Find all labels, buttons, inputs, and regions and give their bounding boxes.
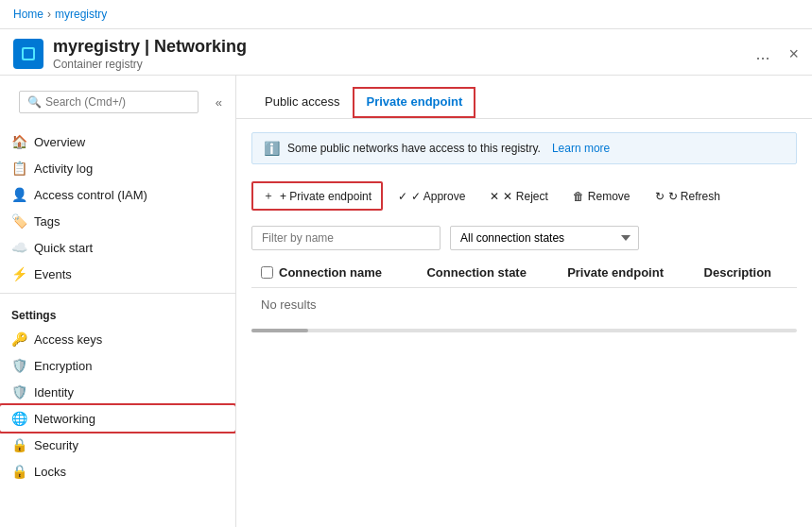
sidebar-item-label: Activity log — [34, 162, 93, 176]
plus-icon: ＋ — [263, 188, 274, 204]
page-subtitle: Container registry — [53, 58, 746, 71]
sidebar-item-label: Tags — [34, 214, 60, 229]
sidebar-item-events[interactable]: ⚡ Events — [0, 261, 235, 287]
sidebar-item-label: Encryption — [34, 359, 92, 373]
table-header-state: Connection state — [417, 258, 558, 288]
info-text: Some public networks have access to this… — [287, 142, 541, 155]
sidebar-item-label: Networking — [34, 412, 95, 426]
add-private-endpoint-button[interactable]: ＋ + Private endpoint — [251, 181, 383, 211]
no-results-message: No results — [251, 288, 797, 322]
no-results-row: No results — [251, 288, 797, 322]
sidebar-item-access-keys[interactable]: 🔑 Access keys — [0, 326, 235, 352]
reject-icon: ✕ — [490, 190, 499, 203]
access-control-icon: 👤 — [11, 187, 26, 202]
breadcrumb: Home › myregistry — [13, 8, 107, 21]
sidebar-item-access-control[interactable]: 👤 Access control (IAM) — [0, 181, 235, 208]
sidebar-item-label: Overview — [34, 135, 85, 149]
header-title-block: myregistry | Networking Container regist… — [53, 37, 746, 71]
events-icon: ⚡ — [11, 266, 26, 281]
sidebar-item-networking[interactable]: 🌐 Networking — [0, 405, 235, 432]
tab-private-endpoint[interactable]: Private endpoint — [354, 89, 474, 114]
remove-icon: 🗑 — [573, 190, 584, 203]
refresh-button[interactable]: ↻ ↻ Refresh — [646, 185, 730, 208]
resource-icon — [13, 39, 43, 69]
encryption-icon: 🛡️ — [11, 358, 26, 373]
sidebar-item-label: Quick start — [34, 241, 93, 255]
svg-rect-2 — [24, 49, 33, 59]
top-bar: Home › myregistry — [0, 0, 812, 29]
sidebar-item-security[interactable]: 🔒 Security — [0, 432, 235, 458]
sidebar-item-label: Access control (IAM) — [34, 188, 147, 202]
tabs-bar: Public access Private endpoint — [236, 76, 812, 119]
sidebar-item-quick-start[interactable]: ☁️ Quick start — [0, 234, 235, 261]
settings-section-label: Settings — [0, 299, 235, 326]
sidebar-item-label: Access keys — [34, 332, 102, 347]
sidebar-item-overview[interactable]: 🏠 Overview — [0, 128, 235, 155]
info-banner: ℹ️ Some public networks have access to t… — [251, 132, 797, 164]
select-all-checkbox[interactable] — [261, 266, 273, 279]
table-header-description: Description — [695, 258, 797, 288]
locks-icon: 🔒 — [11, 464, 26, 479]
breadcrumb-home[interactable]: Home — [13, 8, 43, 21]
sidebar-item-label: Security — [34, 438, 78, 452]
close-button[interactable]: × — [788, 44, 799, 64]
activity-log-icon: 📋 — [11, 161, 26, 176]
networking-icon: 🌐 — [11, 411, 26, 426]
sidebar: 🔍 « 🏠 Overview 📋 Activity log 👤 Access c… — [0, 76, 236, 527]
identity-icon: 🛡️ — [11, 384, 26, 400]
filter-by-name-input[interactable] — [251, 226, 441, 250]
connections-table: Connection name Connection state Private… — [251, 258, 797, 321]
search-box[interactable]: 🔍 — [19, 91, 199, 113]
sidebar-item-label: Events — [34, 267, 72, 281]
toolbar: ＋ + Private endpoint ✓ ✓ Approve ✕ ✕ Rej… — [236, 174, 812, 218]
main-layout: 🔍 « 🏠 Overview 📋 Activity log 👤 Access c… — [0, 76, 812, 527]
table-header-select: Connection name — [251, 258, 417, 288]
sidebar-item-tags[interactable]: 🏷️ Tags — [0, 208, 235, 234]
info-icon: ℹ️ — [264, 141, 280, 156]
filter-row: All connection states — [236, 218, 812, 258]
learn-more-link[interactable]: Learn more — [552, 142, 610, 155]
breadcrumb-registry[interactable]: myregistry — [55, 8, 107, 21]
approve-icon: ✓ — [398, 190, 407, 203]
overview-icon: 🏠 — [11, 134, 26, 149]
sidebar-item-locks[interactable]: 🔒 Locks — [0, 458, 235, 484]
approve-button[interactable]: ✓ ✓ Approve — [389, 185, 475, 208]
breadcrumb-separator: › — [47, 8, 51, 21]
sidebar-item-activity-log[interactable]: 📋 Activity log — [0, 155, 235, 181]
remove-button[interactable]: 🗑 Remove — [563, 185, 640, 208]
security-icon: 🔒 — [11, 437, 26, 452]
scroll-track — [251, 329, 797, 332]
access-keys-icon: 🔑 — [11, 332, 26, 347]
search-input[interactable] — [45, 95, 190, 109]
tags-icon: 🏷️ — [11, 213, 26, 229]
sidebar-item-label: Identity — [34, 385, 74, 400]
refresh-icon: ↻ — [655, 190, 665, 203]
quick-start-icon: ☁️ — [11, 240, 26, 255]
sidebar-item-encryption[interactable]: 🛡️ Encryption — [0, 352, 235, 379]
more-options-button[interactable]: ... — [755, 44, 769, 64]
page-header: myregistry | Networking Container regist… — [0, 29, 812, 76]
page-title: myregistry | Networking — [53, 37, 746, 57]
connection-state-filter[interactable]: All connection states — [450, 226, 639, 250]
sidebar-item-identity[interactable]: 🛡️ Identity — [0, 379, 235, 405]
search-icon: 🔍 — [27, 95, 42, 109]
scroll-thumb[interactable] — [251, 329, 308, 332]
sidebar-divider — [0, 293, 235, 294]
sidebar-collapse-button[interactable]: « — [212, 94, 226, 111]
table-header-endpoint: Private endpoint — [558, 258, 694, 288]
content-area: Public access Private endpoint ℹ️ Some p… — [236, 76, 812, 527]
tab-public-access[interactable]: Public access — [251, 87, 353, 118]
sidebar-item-label: Locks — [34, 465, 66, 479]
reject-button[interactable]: ✕ ✕ Reject — [480, 185, 557, 208]
table-container: Connection name Connection state Private… — [236, 258, 812, 332]
